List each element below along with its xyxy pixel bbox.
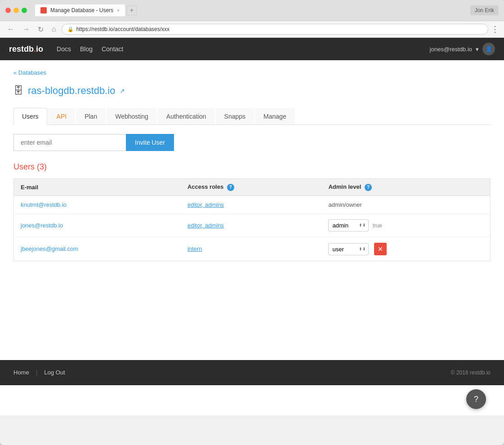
external-link-icon[interactable]: ↗ xyxy=(120,87,125,94)
nav-links: Docs Blog Contact xyxy=(57,45,123,53)
nav-blog[interactable]: Blog xyxy=(80,45,93,53)
access-role-3[interactable]: intern xyxy=(187,245,202,252)
url-text: https://restdb.io/account/databases/xxx xyxy=(76,26,169,32)
user-menu[interactable]: jones@restdb.io ▾ 👤 xyxy=(430,43,495,55)
tab-manage-label: Manage xyxy=(263,113,286,120)
col-header-roles: Access roles ? xyxy=(181,179,322,196)
tab-webhosting-label: Webhosting xyxy=(115,113,148,120)
lock-icon: 🔒 xyxy=(67,27,74,32)
footer: Home | Log Out © 2016 restdb.io xyxy=(0,360,504,385)
user-email-2: jones@restdb.io xyxy=(21,222,63,229)
users-table: E-mail Access roles ? Admin level ? xyxy=(13,178,491,261)
users-section-title: Users (3) xyxy=(13,162,491,172)
email-input[interactable] xyxy=(13,134,126,151)
address-bar[interactable]: 🔒 https://restdb.io/account/databases/xx… xyxy=(62,24,488,35)
admin-help-icon[interactable]: ? xyxy=(365,184,372,191)
main-content: « Databases 🗄 ras-blogdb.restdb.io ↗ Use… xyxy=(0,60,504,270)
back-button[interactable]: ← xyxy=(4,24,17,34)
db-name-link[interactable]: ras-blogdb.restdb.io xyxy=(28,85,115,97)
tab-authentication-label: Authentication xyxy=(166,113,206,120)
table-row: jones@restdb.io editor, admins admin use… xyxy=(14,214,491,237)
tabs-container: Users API Plan Webhosting Authentication… xyxy=(13,108,491,125)
tab-manage[interactable]: Manage xyxy=(255,108,295,125)
tab-api[interactable]: API xyxy=(48,108,76,125)
tab-plan[interactable]: Plan xyxy=(76,108,106,125)
roles-help-icon[interactable]: ? xyxy=(227,184,234,191)
admin-level-select-2[interactable]: admin user xyxy=(328,219,369,231)
browser-toolbar: ← → ↻ ⌂ 🔒 https://restdb.io/account/data… xyxy=(0,21,504,38)
more-options-button[interactable]: ⋮ xyxy=(491,24,500,34)
nav-contact[interactable]: Contact xyxy=(102,45,123,53)
tab-users[interactable]: Users xyxy=(13,108,47,125)
logo: restdb.io xyxy=(9,44,43,54)
user-email-3: jbeejones@gmail.com xyxy=(21,245,78,252)
refresh-button[interactable]: ↻ xyxy=(35,24,46,35)
active-tab[interactable]: Manage Database - Users × xyxy=(35,4,125,16)
nav-docs[interactable]: Docs xyxy=(57,45,71,53)
admin-level-1: admin/owner xyxy=(328,201,361,208)
admin-level-select-3[interactable]: admin user xyxy=(328,243,369,255)
table-row: jbeejones@gmail.com intern admin user ✕ xyxy=(14,237,491,261)
footer-copyright: © 2016 restdb.io xyxy=(451,369,491,376)
tab-close-btn[interactable]: × xyxy=(117,8,120,13)
footer-logout-link[interactable]: Log Out xyxy=(44,369,65,376)
minimize-button[interactable] xyxy=(13,8,19,13)
admin-select-wrapper-2: admin user xyxy=(328,219,369,231)
you-label: true xyxy=(373,222,382,229)
traffic-lights xyxy=(5,8,27,13)
help-fab-button[interactable]: ? xyxy=(466,389,486,409)
tab-area: Manage Database - Users × + xyxy=(35,4,467,16)
tab-authentication[interactable]: Authentication xyxy=(158,108,215,125)
breadcrumb[interactable]: « Databases xyxy=(13,69,491,76)
new-tab-button[interactable]: + xyxy=(127,5,137,15)
table-row: knutmt@restdb.io editor, admins admin/ow… xyxy=(14,196,491,214)
browser-user-label: Jon Erik xyxy=(470,5,499,15)
user-email-1: knutmt@restdb.io xyxy=(21,201,67,208)
top-nav: restdb.io Docs Blog Contact jones@restdb… xyxy=(0,38,504,60)
tab-users-label: Users xyxy=(22,113,39,120)
footer-home-link[interactable]: Home xyxy=(13,369,29,376)
invite-form: Invite User xyxy=(13,134,491,151)
tab-title: Manage Database - Users xyxy=(50,7,113,13)
logo-text: restdb.io xyxy=(9,44,43,54)
col-header-admin: Admin level ? xyxy=(321,179,490,196)
tab-favicon xyxy=(40,7,47,13)
delete-user-button[interactable]: ✕ xyxy=(374,243,387,255)
maximize-button[interactable] xyxy=(22,8,27,13)
db-title: 🗄 ras-blogdb.restdb.io ↗ xyxy=(13,85,491,97)
col-header-email: E-mail xyxy=(14,179,181,196)
footer-links: Home | Log Out xyxy=(13,369,65,376)
close-button[interactable] xyxy=(5,8,11,13)
home-button[interactable]: ⌂ xyxy=(49,24,59,34)
forward-button[interactable]: → xyxy=(20,24,32,34)
tab-api-label: API xyxy=(57,113,67,120)
tab-plan-label: Plan xyxy=(85,113,97,120)
user-email: jones@restdb.io xyxy=(430,46,472,53)
tab-webhosting[interactable]: Webhosting xyxy=(107,108,157,125)
access-role-1[interactable]: editor, admins xyxy=(187,201,224,208)
tab-snapps[interactable]: Snapps xyxy=(216,108,254,125)
access-role-2[interactable]: editor, admins xyxy=(187,222,224,229)
database-icon: 🗄 xyxy=(13,85,23,97)
invite-user-button[interactable]: Invite User xyxy=(126,134,174,151)
footer-separator: | xyxy=(36,369,38,376)
tab-snapps-label: Snapps xyxy=(224,113,245,120)
avatar: 👤 xyxy=(482,43,495,55)
admin-select-wrapper-3: admin user xyxy=(328,243,369,255)
app-container: restdb.io Docs Blog Contact jones@restdb… xyxy=(0,38,504,415)
user-dropdown-icon: ▾ xyxy=(476,46,479,53)
